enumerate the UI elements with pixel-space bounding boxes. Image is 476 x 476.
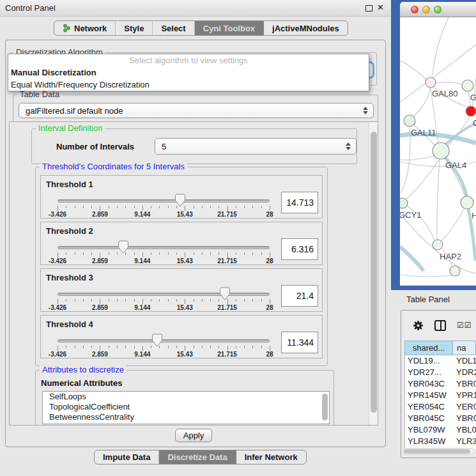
cell-shared-name[interactable]: YBR043C: [405, 378, 454, 390]
tab-style[interactable]: Style: [116, 21, 153, 35]
threshold-value-field[interactable]: 21.4: [281, 285, 318, 307]
cell-name[interactable]: YPR1: [454, 390, 476, 401]
table-row[interactable]: YLR345WYLR3: [405, 436, 476, 447]
network-node-c[interactable]: [466, 106, 476, 116]
list-scrollbar-thumb[interactable]: [322, 394, 328, 420]
network-node-unlabeled[interactable]: [450, 266, 460, 276]
cell-shared-name[interactable]: YPR145W: [405, 390, 454, 401]
table-panel-title: Table Panel: [406, 295, 450, 304]
apply-button-label: Apply: [183, 431, 204, 440]
scrollbar-thumb[interactable]: [371, 132, 377, 413]
slider-thumb[interactable]: [175, 194, 185, 207]
tab-jactivemnodules[interactable]: jActiveMNodules: [264, 21, 348, 35]
cell-shared-name[interactable]: YLR345W: [405, 436, 454, 447]
attribute-item-betweennesscentrality[interactable]: BetweennessCentrality: [43, 412, 329, 422]
table-row[interactable]: YDR27...YDR2: [405, 367, 476, 378]
tab-label: Discretize Data: [167, 452, 227, 462]
network-node-hap2[interactable]: [433, 240, 443, 250]
checkboxes-icon[interactable]: ☑☑: [457, 321, 472, 330]
network-node-ga[interactable]: [462, 80, 473, 91]
network-icon: [63, 24, 70, 33]
cell-shared-name[interactable]: YBL079W: [405, 424, 454, 436]
cell-name[interactable]: YER0: [454, 401, 476, 413]
network-node-gcy1[interactable]: [400, 198, 408, 208]
dropdown-options: Manual DiscretizationEqual Width/Frequen…: [8, 66, 369, 91]
slider-thumb[interactable]: [118, 240, 128, 254]
table-panel-toolbar: ☑☑: [401, 313, 476, 337]
close-icon[interactable]: ✕: [377, 3, 384, 12]
column-header-na[interactable]: na: [453, 341, 476, 355]
network-node-gal11[interactable]: [404, 115, 415, 127]
tab-impute-data[interactable]: Impute Data: [95, 450, 159, 464]
node-table: shared...na YDL19...YDL1YDR27...YDR2YBR0…: [404, 341, 476, 449]
threshold-panel-3: Threshold 3-3.4262.8599.14415.4321.71528…: [40, 268, 323, 312]
slider-thumb[interactable]: [220, 287, 230, 300]
table-row[interactable]: YPR145WYPR1: [405, 390, 476, 401]
apply-button[interactable]: Apply: [175, 429, 212, 442]
dropdown-placeholder-option[interactable]: Select algorithm to view settings: [8, 54, 369, 66]
tab-select[interactable]: Select: [153, 21, 194, 35]
network-node-gal80[interactable]: [426, 77, 436, 88]
table-data-combobox[interactable]: galFiltered.sif default node: [19, 103, 374, 118]
threshold-value-field[interactable]: 11.344: [281, 332, 318, 353]
slider-track[interactable]: [58, 293, 270, 296]
interval-definition-group: Interval Definition Number of Intervals …: [31, 128, 357, 164]
cell-name[interactable]: YDR2: [454, 367, 476, 378]
network-canvas[interactable]: GAL80GACGAL11GAL4GCY1HHAP2: [400, 17, 476, 286]
dropdown-option-equal-width-frequency-discretization[interactable]: Equal Width/Frequency Discretization: [8, 79, 369, 91]
control-panel-tabs: NetworkStyleSelectCyni ToolboxjActiveMNo…: [54, 20, 348, 36]
table-row[interactable]: YBR045CYBR0: [405, 413, 476, 424]
table-row[interactable]: YBR043CYBR0: [405, 378, 476, 390]
cell-name[interactable]: YDL1: [454, 355, 476, 367]
table-horizontal-scrollbar[interactable]: [403, 448, 475, 455]
attribute-item-selfloops[interactable]: SelfLoops: [43, 392, 329, 402]
threshold-value-field[interactable]: 14.713: [281, 192, 318, 213]
cell-name[interactable]: YBL0: [454, 424, 476, 436]
control-panel-titlebar: Control Panel ✕: [0, 0, 391, 17]
table-row[interactable]: YER054CYER0: [405, 401, 476, 413]
number-of-intervals-combobox[interactable]: 5: [155, 138, 357, 155]
tab-discretize-data[interactable]: Discretize Data: [159, 450, 236, 464]
dropdown-option-manual-discretization[interactable]: Manual Discretization: [8, 66, 369, 79]
table-row[interactable]: YBL079WYBL0: [405, 424, 476, 436]
close-traffic-light[interactable]: [411, 6, 418, 13]
combobox-stepper-icon: [363, 107, 368, 114]
cell-shared-name[interactable]: YER054C: [405, 401, 454, 413]
table-header-row: shared...na: [404, 341, 476, 355]
threshold-label: Threshold 3: [46, 273, 93, 282]
table-row[interactable]: YDL19...YDL1: [405, 355, 476, 367]
slider-track[interactable]: [58, 339, 270, 342]
settings-vertical-scrollbar[interactable]: [369, 122, 378, 425]
cell-shared-name[interactable]: YDL19...: [405, 355, 454, 367]
tick-label: 15.43: [165, 304, 204, 311]
threshold-value-field[interactable]: 6.316: [281, 238, 318, 260]
scrollbar-thumb[interactable]: [404, 449, 470, 454]
minimize-traffic-light[interactable]: [422, 6, 430, 13]
cell-shared-name[interactable]: YDR27...: [405, 367, 454, 378]
numerical-attributes-list[interactable]: SelfLoopsTopologicalCoefficientBetweenne…: [42, 391, 330, 424]
number-of-intervals-label: Number of Intervals: [56, 142, 134, 151]
tab-infer-network[interactable]: Infer Network: [236, 450, 306, 464]
network-node-h[interactable]: [461, 196, 473, 209]
slider-track[interactable]: [58, 199, 270, 203]
tab-label: Infer Network: [245, 452, 298, 462]
cell-name[interactable]: YBR0: [454, 378, 476, 390]
slider-thumb[interactable]: [152, 334, 162, 347]
float-window-icon[interactable]: [365, 5, 372, 12]
screen: Control Panel ✕ NetworkStyleSelectCyni T…: [0, 0, 476, 476]
attributes-title: Attributes to discretize: [40, 365, 127, 375]
tick-label: 9.144: [123, 211, 162, 218]
network-node-gal4[interactable]: [433, 142, 449, 159]
gear-icon[interactable]: [413, 320, 424, 331]
attribute-item-topologicalcoefficient[interactable]: TopologicalCoefficient: [43, 402, 329, 412]
zoom-traffic-light[interactable]: [434, 6, 441, 13]
slider-track[interactable]: [58, 246, 270, 249]
column-header-shared[interactable]: shared...: [404, 341, 453, 355]
cell-shared-name[interactable]: YBR045C: [405, 413, 454, 424]
split-columns-icon[interactable]: [434, 320, 446, 331]
cell-name[interactable]: YBR0: [454, 413, 476, 424]
tab-cyni-toolbox[interactable]: Cyni Toolbox: [195, 21, 264, 35]
tab-network[interactable]: Network: [54, 21, 116, 35]
cell-name[interactable]: YLR3: [454, 436, 476, 447]
slider-ticks: [58, 299, 270, 304]
